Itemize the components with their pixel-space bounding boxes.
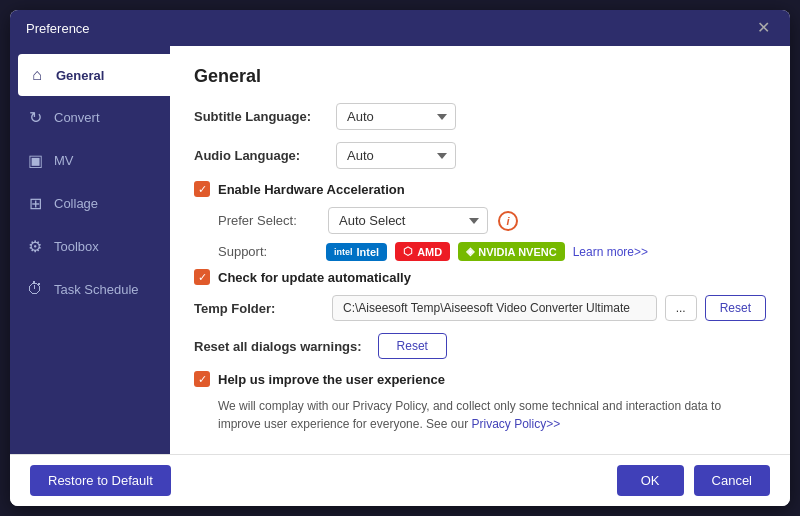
- restore-default-button[interactable]: Restore to Default: [30, 465, 171, 496]
- sidebar-item-convert[interactable]: ↻ Convert: [10, 96, 170, 139]
- amd-arrow: ⬡: [403, 245, 413, 258]
- section-title: General: [194, 66, 766, 87]
- convert-icon: ↻: [26, 108, 44, 127]
- info-icon[interactable]: i: [498, 211, 518, 231]
- sidebar-label-toolbox: Toolbox: [54, 239, 99, 254]
- temp-folder-row: Temp Folder: ... Reset: [194, 295, 766, 321]
- intel-label: Intel: [357, 246, 380, 258]
- sidebar-label-convert: Convert: [54, 110, 100, 125]
- privacy-row: ✓ Help us improve the user experience: [194, 371, 766, 387]
- hardware-accel-options: Prefer Select: Auto Select i Support: in…: [194, 207, 766, 261]
- support-label: Support:: [218, 244, 318, 259]
- subtitle-language-select[interactable]: Auto: [336, 103, 456, 130]
- nvidia-logo: ◈: [466, 245, 474, 258]
- audio-language-row: Audio Language: Auto: [194, 142, 766, 169]
- reset-dialogs-label: Reset all dialogs warnings:: [194, 339, 362, 354]
- check-update-row: ✓ Check for update automatically: [194, 269, 766, 285]
- temp-folder-label: Temp Folder:: [194, 301, 324, 316]
- check-update-checkbox[interactable]: ✓: [194, 269, 210, 285]
- collage-icon: ⊞: [26, 194, 44, 213]
- footer-right-buttons: OK Cancel: [617, 465, 770, 496]
- main-content: ⌂ General ↻ Convert ▣ MV ⊞ Collage ⚙ Too…: [10, 46, 790, 454]
- content-area: General Subtitle Language: Auto Audio La…: [170, 46, 790, 454]
- sidebar-label-taskschedule: Task Schedule: [54, 282, 139, 297]
- sidebar-label-collage: Collage: [54, 196, 98, 211]
- prefer-select-label: Prefer Select:: [218, 213, 318, 228]
- prefer-select-row: Prefer Select: Auto Select i: [218, 207, 766, 234]
- check-update-label: Check for update automatically: [218, 270, 411, 285]
- support-row: Support: intel Intel ⬡ AMD ◈ NVIDIA NVEN…: [218, 242, 766, 261]
- privacy-description: We will complay with our Privacy Policy,…: [194, 397, 766, 433]
- temp-reset-button[interactable]: Reset: [705, 295, 766, 321]
- nvidia-chip[interactable]: ◈ NVIDIA NVENC: [458, 242, 564, 261]
- temp-folder-input[interactable]: [332, 295, 657, 321]
- intel-logo: intel: [334, 247, 353, 257]
- audio-language-label: Audio Language:: [194, 148, 324, 163]
- intel-chip[interactable]: intel Intel: [326, 243, 387, 261]
- schedule-icon: ⏱: [26, 280, 44, 298]
- browse-button[interactable]: ...: [665, 295, 697, 321]
- home-icon: ⌂: [28, 66, 46, 84]
- audio-language-select[interactable]: Auto: [336, 142, 456, 169]
- close-button[interactable]: ✕: [753, 20, 774, 36]
- privacy-text-content: We will complay with our Privacy Policy,…: [218, 399, 721, 431]
- subtitle-language-row: Subtitle Language: Auto: [194, 103, 766, 130]
- learn-more-link[interactable]: Learn more>>: [573, 245, 648, 259]
- mv-icon: ▣: [26, 151, 44, 170]
- hardware-accel-label: Enable Hardware Acceleration: [218, 182, 405, 197]
- toolbox-icon: ⚙: [26, 237, 44, 256]
- cancel-button[interactable]: Cancel: [694, 465, 770, 496]
- sidebar-item-toolbox[interactable]: ⚙ Toolbox: [10, 225, 170, 268]
- sidebar-label-general: General: [56, 68, 104, 83]
- preference-dialog: Preference ✕ ⌂ General ↻ Convert ▣ MV ⊞ …: [10, 10, 790, 506]
- prefer-select-dropdown[interactable]: Auto Select: [328, 207, 488, 234]
- sidebar: ⌂ General ↻ Convert ▣ MV ⊞ Collage ⚙ Too…: [10, 46, 170, 454]
- amd-chip[interactable]: ⬡ AMD: [395, 242, 450, 261]
- footer: Restore to Default OK Cancel: [10, 454, 790, 506]
- nvidia-label: NVIDIA NVENC: [478, 246, 556, 258]
- privacy-policy-link[interactable]: Privacy Policy>>: [471, 417, 560, 431]
- ok-button[interactable]: OK: [617, 465, 684, 496]
- hardware-accel-row: ✓ Enable Hardware Acceleration: [194, 181, 766, 197]
- amd-label: AMD: [417, 246, 442, 258]
- subtitle-language-label: Subtitle Language:: [194, 109, 324, 124]
- dialog-title: Preference: [26, 21, 90, 36]
- reset-all-button[interactable]: Reset: [378, 333, 447, 359]
- privacy-label: Help us improve the user experience: [218, 372, 445, 387]
- sidebar-item-mv[interactable]: ▣ MV: [10, 139, 170, 182]
- sidebar-item-general[interactable]: ⌂ General: [18, 54, 170, 96]
- reset-dialogs-row: Reset all dialogs warnings: Reset: [194, 333, 766, 359]
- privacy-checkbox[interactable]: ✓: [194, 371, 210, 387]
- sidebar-item-collage[interactable]: ⊞ Collage: [10, 182, 170, 225]
- sidebar-item-taskschedule[interactable]: ⏱ Task Schedule: [10, 268, 170, 310]
- hardware-accel-checkbox[interactable]: ✓: [194, 181, 210, 197]
- sidebar-label-mv: MV: [54, 153, 74, 168]
- title-bar: Preference ✕: [10, 10, 790, 46]
